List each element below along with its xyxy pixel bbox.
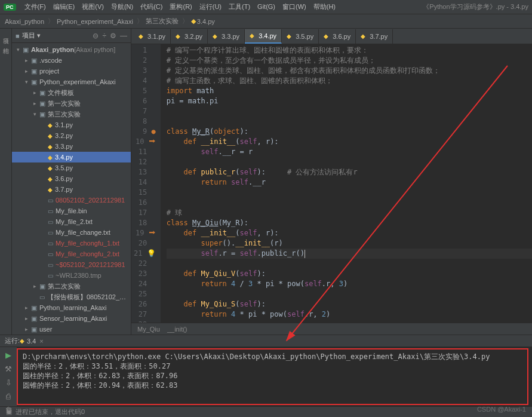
project-sidebar: ■ 项目 ▾ ⊖ ÷ ⚙ — ▾▣Akaxi_python [Akaxi pyt… bbox=[12, 29, 131, 335]
status-text: 进程已结束，退出代码0 bbox=[16, 407, 85, 416]
close-icon[interactable]: × bbox=[39, 338, 43, 345]
menu-item[interactable]: 工具(T) bbox=[225, 3, 254, 10]
sidebar-header: ■ 项目 ▾ ⊖ ÷ ⚙ — bbox=[12, 29, 131, 43]
code[interactable]: # 编写一个程序计算出球、圆柱和圆锥的表面积和体积，要求：# 定义一个基类，至少… bbox=[161, 44, 532, 323]
run-tool-header: 运行: ◆ 3.4 × bbox=[0, 335, 532, 347]
menu-item[interactable]: 编辑(E) bbox=[50, 3, 79, 10]
menu-item[interactable]: 窗口(W) bbox=[279, 3, 310, 10]
tree-item[interactable]: ▾▣第三次实验 bbox=[12, 109, 131, 119]
run-console[interactable]: D:\prcharm\envs\torch\python.exe C:\User… bbox=[17, 348, 528, 405]
stop-icon[interactable]: ⚒ bbox=[5, 364, 12, 373]
tree-item[interactable]: ▸▣文件模板 bbox=[12, 87, 131, 98]
struct-class[interactable]: My_Qiu bbox=[137, 326, 160, 333]
project-tree[interactable]: ▾▣Akaxi_python [Akaxi python]▸▣.vscode▸▣… bbox=[12, 43, 131, 335]
breadcrumb-item[interactable]: Python_experiment_Akaxi bbox=[57, 18, 133, 25]
tree-item[interactable]: ▭~WRL2380.tmp bbox=[12, 270, 131, 281]
collapse-icon[interactable]: ⊖ bbox=[93, 32, 99, 40]
tree-item[interactable]: ▾▣Python_experiment_Akaxi bbox=[12, 76, 131, 87]
menu-item[interactable]: 运行(U) bbox=[196, 3, 225, 10]
run-toolbar: ▶ ⚒ ⇩ ⎙ 🗑 bbox=[0, 347, 17, 406]
status-bar: ▣ 进程已结束，退出代码0 bbox=[0, 406, 532, 417]
rerun-icon[interactable]: ▶ bbox=[5, 351, 11, 360]
tree-item[interactable]: ▭My_file.bin bbox=[12, 206, 131, 216]
tree-root[interactable]: ▾▣Akaxi_python [Akaxi python] bbox=[12, 44, 131, 55]
hide-icon[interactable]: — bbox=[120, 32, 127, 40]
code-area[interactable]: 1 2 3 4 5 6 7 8 9 ● 10 ⮕ 11 12 13 14 15 … bbox=[131, 44, 532, 323]
editor-tab[interactable]: ◆ 3.4.py bbox=[245, 29, 282, 44]
struct-method[interactable]: __init() bbox=[167, 326, 187, 333]
menu-item[interactable]: 代码(C) bbox=[137, 3, 166, 10]
editor-tab[interactable]: ◆ 3.7.py bbox=[356, 29, 393, 44]
gear-icon[interactable]: ⚙ bbox=[110, 32, 116, 40]
breadcrumb-item[interactable]: Akaxi_python bbox=[5, 18, 44, 25]
tree-item[interactable]: ◆3.6.py bbox=[12, 173, 131, 184]
editor-tabs: ◆ 3.1.py◆ 3.2.py◆ 3.3.py◆ 3.4.py◆ 3.5.py… bbox=[131, 29, 532, 44]
editor-area: ◆ 3.1.py◆ 3.2.py◆ 3.3.py◆ 3.4.py◆ 3.5.py… bbox=[131, 29, 532, 335]
menu-bar: PC 文件(F)编辑(E)视图(V)导航(N)代码(C)重构(R)运行(U)工具… bbox=[0, 0, 532, 14]
ide-badge: PC bbox=[4, 4, 16, 11]
tree-item[interactable]: ▸▣.vscode bbox=[12, 55, 131, 66]
python-icon: ◆ bbox=[20, 338, 24, 344]
window-title: 《Python学习源码参考》.py - 3.4.py bbox=[423, 2, 528, 11]
tree-item[interactable]: ▸▣project bbox=[12, 66, 131, 76]
editor-tab[interactable]: ◆ 3.5.py bbox=[282, 29, 319, 44]
run-label: 运行: bbox=[5, 336, 20, 345]
breadcrumb: Akaxi_python〉Python_experiment_Akaxi〉第三次… bbox=[0, 14, 532, 29]
tree-item[interactable]: ▭My_file_chongfu_1.txt bbox=[12, 238, 131, 249]
tree-item[interactable]: ◆3.3.py bbox=[12, 141, 131, 152]
gutter: 1 2 3 4 5 6 7 8 9 ● 10 ⮕ 11 12 13 14 15 … bbox=[131, 44, 161, 323]
menu-items: 文件(F)编辑(E)视图(V)导航(N)代码(C)重构(R)运行(U)工具(T)… bbox=[21, 2, 340, 11]
menu-item[interactable]: 帮助(H) bbox=[310, 3, 339, 10]
menu-item[interactable]: 导航(N) bbox=[107, 3, 137, 10]
menu-item[interactable]: Git(G) bbox=[254, 3, 279, 10]
editor-tab[interactable]: ◆ 3.3.py bbox=[208, 29, 245, 44]
tree-item[interactable]: ▭08052102_2021212981 bbox=[12, 195, 131, 206]
tree-item[interactable]: ◆3.5.py bbox=[12, 162, 131, 173]
tree-item[interactable]: ▸▣第一次实验 bbox=[12, 98, 131, 109]
tree-item[interactable]: ◆3.1.py bbox=[12, 119, 131, 130]
run-config-name[interactable]: 3.4 bbox=[27, 338, 36, 345]
structure-tool-label[interactable]: 结构 bbox=[2, 41, 10, 45]
tree-item[interactable]: ◆3.7.py bbox=[12, 184, 131, 195]
tree-item[interactable]: ▭My_file_chongfu_2.txt bbox=[12, 249, 131, 259]
tree-item[interactable]: ▸▣user bbox=[12, 324, 131, 335]
trash-icon[interactable]: 🗑 bbox=[5, 406, 13, 415]
project-tool-label[interactable]: 项目 bbox=[2, 31, 10, 36]
tree-item[interactable]: ▭My_file_2.txt bbox=[12, 216, 131, 227]
print-icon[interactable]: ⎙ bbox=[6, 392, 11, 401]
down-icon[interactable]: ⇩ bbox=[5, 378, 12, 387]
breadcrumb-item[interactable]: 第三次实验 bbox=[146, 17, 179, 26]
tree-item[interactable]: ▭~$052102_2021212981 bbox=[12, 259, 131, 270]
menu-item[interactable]: 重构(R) bbox=[166, 3, 195, 10]
structure-breadcrumb: My_Qiu __init() bbox=[131, 323, 532, 335]
watermark-text: CSDN @Akaxi-1 bbox=[477, 406, 526, 413]
tree-item[interactable]: ▸▣Sensor_learning_Akaxi bbox=[12, 313, 131, 324]
left-tool-rail: 项目 结构 bbox=[0, 29, 12, 335]
editor-tab[interactable]: ◆ 3.1.py bbox=[134, 29, 171, 44]
tree-item[interactable]: ▭【报告模板】08052102_… bbox=[12, 292, 131, 302]
tree-item[interactable]: ▸▣第二次实验 bbox=[12, 281, 131, 292]
divide-icon[interactable]: ÷ bbox=[102, 32, 106, 40]
editor-tab[interactable]: ◆ 3.6.py bbox=[319, 29, 356, 44]
folder-icon: ■ bbox=[16, 32, 20, 39]
menu-item[interactable]: 文件(F) bbox=[21, 3, 50, 10]
menu-item[interactable]: 视图(V) bbox=[78, 3, 107, 10]
tree-item[interactable]: ◆3.4.py bbox=[12, 152, 131, 162]
breadcrumb-item[interactable]: 3.4.py bbox=[197, 18, 215, 25]
sidebar-title: 项目 bbox=[22, 31, 35, 40]
tree-item[interactable]: ▭My_file_change.txt bbox=[12, 227, 131, 238]
tree-item[interactable]: ◆3.2.py bbox=[12, 130, 131, 141]
run-panel: ▶ ⚒ ⇩ ⎙ 🗑 D:\prcharm\envs\torch\python.e… bbox=[0, 347, 532, 406]
editor-tab[interactable]: ◆ 3.2.py bbox=[171, 29, 208, 44]
tree-item[interactable]: ▸▣Python_learning_Akaxi bbox=[12, 302, 131, 313]
watermark: CSDN @Akaxi-1 bbox=[477, 406, 526, 413]
